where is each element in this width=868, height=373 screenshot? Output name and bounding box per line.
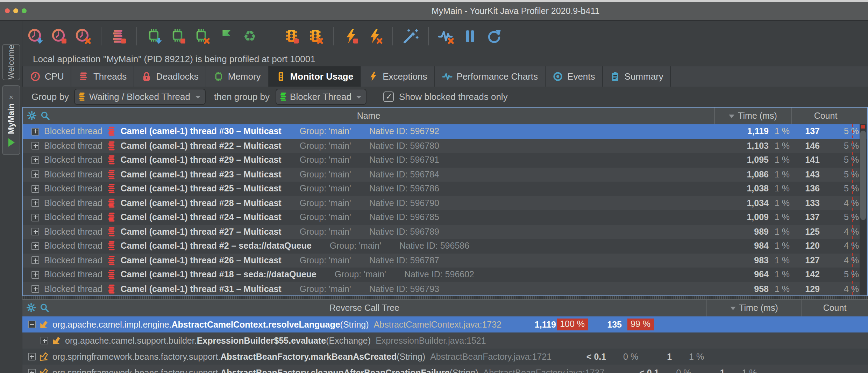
- thread-row[interactable]: Blocked threadCamel (camel-1) thread #29…: [23, 153, 867, 167]
- thread-row[interactable]: Blocked threadCamel (camel-1) thread #25…: [23, 182, 867, 196]
- telemetry-clear-icon[interactable]: [438, 28, 455, 44]
- then-group-by-dropdown[interactable]: Blocker Thread: [275, 89, 367, 105]
- expand-icon[interactable]: [31, 199, 39, 207]
- time-percent: 1 %: [769, 155, 790, 165]
- sidebar-tab-mymain[interactable]: × MyMain: [2, 85, 20, 155]
- thread-group: Group: 'main': [300, 198, 351, 208]
- call-tree-row[interactable]: org.springframework.beans.factory.suppor…: [22, 349, 868, 365]
- hot-threshold-line: [852, 124, 853, 295]
- column-header-count[interactable]: Count: [801, 300, 868, 316]
- expand-icon[interactable]: [28, 321, 36, 328]
- scrollbar-thumb[interactable]: [860, 131, 866, 220]
- expand-icon[interactable]: [41, 337, 48, 344]
- exceptions-clear-icon[interactable]: [367, 28, 383, 44]
- expand-icon[interactable]: [28, 369, 36, 373]
- search-icon[interactable]: [40, 303, 49, 312]
- expand-icon[interactable]: [31, 128, 39, 136]
- tab-memory[interactable]: Memory: [206, 66, 269, 87]
- column-header-count[interactable]: Count: [791, 108, 860, 124]
- search-icon[interactable]: [41, 111, 50, 120]
- expand-icon[interactable]: [31, 242, 39, 250]
- panel-splitter[interactable]: [22, 296, 868, 299]
- call-tree-row[interactable]: org.apache.camel.impl.engine.AbstractCam…: [22, 316, 868, 332]
- thread-row[interactable]: Blocked threadCamel (camel-1) thread #2 …: [23, 239, 867, 253]
- memory-start-icon[interactable]: [146, 28, 163, 44]
- expand-icon[interactable]: [31, 271, 39, 279]
- monitors-stop-icon[interactable]: [283, 28, 300, 44]
- time-value: 958: [718, 284, 769, 294]
- expand-icon[interactable]: [31, 185, 39, 193]
- table-settings-icon[interactable]: [27, 303, 36, 312]
- column-header-name[interactable]: Name: [23, 108, 714, 124]
- expand-icon[interactable]: [31, 285, 39, 293]
- thread-state-label: Blocked thread: [44, 284, 102, 294]
- tab-summary[interactable]: Summary: [603, 66, 671, 87]
- cpu-stop-icon[interactable]: [51, 28, 68, 44]
- thread-icon: [108, 284, 116, 294]
- column-header-call-tree[interactable]: Reverse Call Tree: [22, 300, 706, 316]
- close-session-icon[interactable]: ×: [9, 94, 14, 101]
- show-blocked-checkbox[interactable]: [384, 92, 394, 102]
- perf-tab-icon: [442, 71, 456, 82]
- column-header-time[interactable]: Time (ms): [706, 300, 801, 316]
- source-location: AbstractCamelContext.java:1732: [374, 320, 501, 329]
- toolbar-separator: [392, 27, 393, 45]
- tab-deadlocks[interactable]: Deadlocks: [134, 66, 206, 87]
- thread-row[interactable]: Blocked threadCamel (camel-1) thread #28…: [23, 196, 867, 210]
- monitors-clear-icon[interactable]: [307, 28, 324, 44]
- expand-icon[interactable]: [31, 228, 39, 236]
- expand-icon[interactable]: [31, 142, 39, 150]
- expand-icon[interactable]: [31, 171, 39, 178]
- thread-row[interactable]: Blocked threadCamel (camel-1) thread #27…: [23, 225, 867, 239]
- threads-tab-icon: [79, 71, 93, 82]
- thread-row[interactable]: Blocked threadCamel (camel-1) thread #18…: [23, 268, 867, 282]
- zoom-window-button[interactable]: [22, 8, 27, 13]
- minimize-window-button[interactable]: [13, 8, 18, 13]
- thread-row[interactable]: Blocked threadCamel (camel-1) thread #22…: [23, 139, 867, 153]
- expand-icon[interactable]: [31, 257, 39, 264]
- vertical-scrollbar[interactable]: [860, 124, 867, 295]
- memory-stop-icon[interactable]: [170, 28, 187, 44]
- thread-state-label: Blocked thread: [44, 227, 102, 237]
- sidebar-tab-welcome[interactable]: Welcome: [2, 44, 20, 80]
- flag-icon[interactable]: [218, 28, 234, 44]
- column-header-time[interactable]: Time (ms): [714, 108, 791, 124]
- memory-clear-icon[interactable]: [194, 28, 211, 44]
- group-by-dropdown[interactable]: Waiting / Blocked Thread: [74, 89, 206, 105]
- tab-monitor-usage[interactable]: Monitor Usage: [269, 66, 361, 87]
- tab-threads[interactable]: Threads: [72, 66, 134, 87]
- time-percent: 1 %: [769, 127, 790, 137]
- cpu-clear-icon[interactable]: [75, 28, 92, 44]
- tab-exceptions[interactable]: Exceptions: [361, 66, 435, 87]
- call-tree-row[interactable]: org.springframework.beans.factory.suppor…: [22, 365, 868, 373]
- stacks-stop-icon[interactable]: [111, 28, 127, 44]
- expand-icon[interactable]: [31, 156, 39, 164]
- close-window-button[interactable]: [5, 8, 10, 13]
- cpu-start-icon[interactable]: [27, 28, 44, 44]
- thread-icon: [108, 184, 116, 194]
- inspections-icon[interactable]: [402, 28, 419, 44]
- pause-icon[interactable]: [462, 28, 478, 44]
- method-name: ExpressionBuilder$55.evaluate: [197, 336, 326, 345]
- tab-events[interactable]: Events: [546, 66, 603, 87]
- thread-row[interactable]: Blocked threadCamel (camel-1) thread #26…: [23, 253, 867, 268]
- summary-tab-icon: [610, 71, 625, 82]
- thread-row[interactable]: Blocked threadCamel (camel-1) thread #23…: [23, 167, 867, 182]
- table-settings-icon[interactable]: [27, 111, 36, 120]
- tab-label: Memory: [228, 71, 261, 82]
- exceptions-stop-icon[interactable]: [343, 28, 360, 44]
- expand-icon[interactable]: [28, 353, 36, 360]
- call-tree-row[interactable]: org.apache.camel.support.builder.Express…: [22, 332, 868, 349]
- tab-performance-charts[interactable]: Performance Charts: [435, 66, 546, 87]
- gc-icon[interactable]: ♻: [241, 28, 258, 44]
- thread-row[interactable]: Blocked threadCamel (camel-1) thread #30…: [23, 124, 867, 139]
- thread-group: Group: 'main': [300, 127, 351, 137]
- thread-state-label: Blocked thread: [44, 141, 102, 151]
- tab-cpu[interactable]: CPU: [22, 66, 72, 87]
- expand-icon[interactable]: [31, 214, 39, 221]
- thread-row[interactable]: Blocked threadCamel (camel-1) thread #31…: [23, 282, 867, 295]
- thread-name: Camel (camel-1) thread #2 – seda://dataQ…: [121, 241, 312, 251]
- call-tree-rows: org.apache.camel.impl.engine.AbstractCam…: [22, 316, 868, 373]
- thread-row[interactable]: Blocked threadCamel (camel-1) thread #24…: [23, 210, 867, 225]
- refresh-icon[interactable]: [485, 28, 502, 44]
